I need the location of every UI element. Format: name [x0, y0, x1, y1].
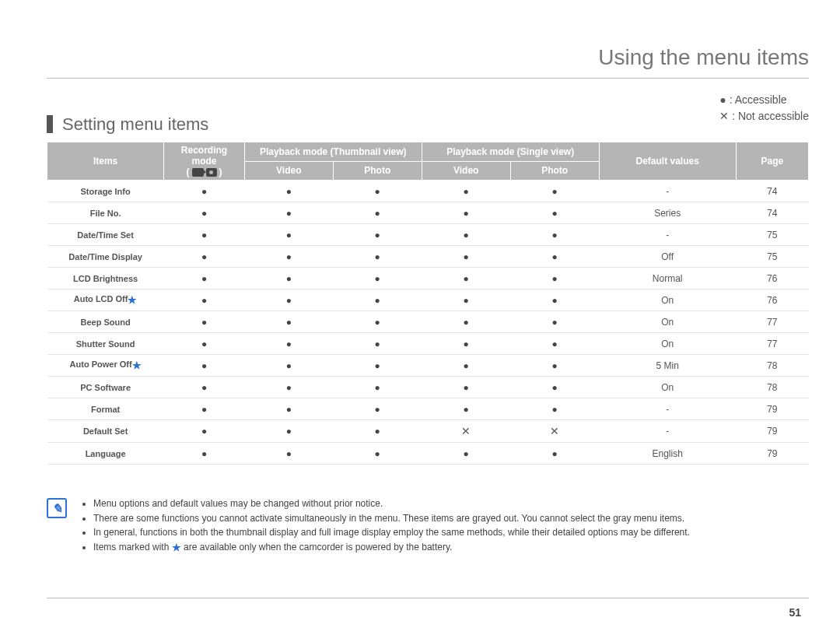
table-row: Auto Power Off★●●●●●5 Min78: [47, 355, 809, 377]
accessible-dot-icon: ●: [375, 230, 380, 240]
accessible-dot-icon: ●: [375, 404, 380, 415]
accessible-dot-icon: ●: [552, 273, 558, 284]
mode-cell: ●: [422, 181, 510, 202]
page-title: Using the menu items: [598, 45, 809, 70]
accessible-dot-icon: ●: [375, 339, 380, 349]
item-name-cell: File No.: [47, 202, 164, 224]
accessible-dot-icon: ●: [286, 251, 292, 262]
accessible-dot-icon: ●: [286, 339, 292, 349]
mode-cell: ●: [244, 420, 333, 443]
mode-cell: ●: [422, 355, 510, 377]
mode-cell: ●: [333, 398, 422, 420]
mode-cell: ●: [244, 398, 333, 420]
th-single-photo: Photo: [510, 161, 599, 181]
default-value-cell: On: [599, 333, 736, 355]
note-item: In general, functions in both the thumbn…: [93, 525, 690, 540]
table-row: File No.●●●●●Series74: [47, 202, 809, 224]
table-row: Default Set●●●✕✕-79: [47, 420, 809, 443]
mode-cell: ●: [244, 224, 333, 246]
page-ref-cell: 75: [736, 224, 808, 246]
mode-cell: ●: [422, 443, 510, 465]
accessible-dot-icon: ●: [375, 208, 380, 219]
legend-not-accessible: ✕ : Not accessible: [719, 108, 809, 125]
not-accessible-x-icon: ✕: [461, 425, 471, 437]
mode-cell: ●: [333, 289, 422, 311]
accessible-dot-icon: ●: [552, 186, 558, 197]
mode-cell: ●: [244, 202, 333, 224]
mode-cell: ●: [510, 398, 599, 420]
accessible-dot-icon: ●: [375, 426, 380, 437]
accessible-dot-icon: ●: [375, 295, 380, 306]
mode-cell: ●: [244, 355, 333, 377]
title-rule: [47, 78, 809, 79]
item-name-cell: Default Set: [47, 420, 164, 443]
item-name-cell: Date/Time Set: [47, 224, 164, 246]
page-ref-cell: 79: [736, 398, 808, 420]
accessible-dot-icon: ●: [464, 404, 469, 415]
mode-cell: ●: [244, 311, 333, 333]
item-name-cell: Date/Time Display: [47, 246, 164, 268]
mode-cell: ●: [510, 355, 599, 377]
section-title: Setting menu items: [47, 115, 208, 133]
accessible-dot-icon: ●: [286, 295, 292, 306]
mode-cell: ●: [422, 377, 510, 398]
default-value-cell: -: [599, 224, 736, 246]
table-row: Beep Sound●●●●●On77: [47, 311, 809, 333]
accessible-dot-icon: ●: [375, 317, 380, 328]
page-ref-cell: 74: [736, 181, 808, 202]
accessible-dot-icon: ●: [375, 273, 380, 284]
accessible-dot-icon: ●: [201, 317, 207, 328]
accessible-dot-icon: ●: [375, 382, 380, 393]
mode-cell: ●: [333, 268, 422, 289]
accessible-dot-icon: ●: [201, 404, 207, 415]
default-value-cell: On: [599, 289, 736, 311]
page-ref-cell: 79: [736, 443, 808, 465]
accessible-dot-icon: ●: [286, 382, 292, 393]
mode-cell: ●: [422, 246, 510, 268]
mode-cell: ●: [164, 398, 245, 420]
default-value-cell: On: [599, 311, 736, 333]
th-recording-mode: Recording mode ( ): [164, 142, 245, 181]
table-row: LCD Brightness●●●●●Normal76: [47, 268, 809, 289]
mode-cell: ●: [244, 181, 333, 202]
th-thumbnail: Playback mode (Thumbnail view): [244, 142, 422, 162]
table-row: PC Software●●●●●On78: [47, 377, 809, 398]
mode-cell: ●: [164, 420, 245, 443]
accessible-dot-icon: ●: [552, 230, 558, 240]
accessible-dot-icon: ●: [286, 186, 292, 197]
item-name-cell: Auto LCD Off★: [47, 289, 164, 311]
mode-cell: ●: [422, 311, 510, 333]
note-item: There are some functions you cannot acti…: [93, 511, 690, 526]
item-name-cell: PC Software: [47, 377, 164, 398]
th-single-video: Video: [422, 161, 510, 181]
mode-cell: ●: [244, 443, 333, 465]
note-icon: ✎: [47, 498, 67, 518]
item-name-cell: LCD Brightness: [47, 268, 164, 289]
star-icon: ★: [128, 294, 137, 306]
default-value-cell: 5 Min: [599, 355, 736, 377]
accessible-dot-icon: ●: [286, 360, 292, 371]
th-default: Default values: [599, 142, 736, 181]
accessible-dot-icon: ●: [375, 448, 380, 459]
accessible-dot-icon: ●: [552, 448, 558, 459]
page-ref-cell: 78: [736, 355, 808, 377]
accessible-dot-icon: ●: [464, 273, 469, 284]
accessible-dot-icon: ●: [201, 339, 207, 349]
mode-cell: ●: [422, 289, 510, 311]
default-value-cell: On: [599, 377, 736, 398]
page-ref-cell: 74: [736, 202, 808, 224]
mode-cell: ●: [244, 268, 333, 289]
th-thumb-video: Video: [244, 161, 333, 181]
mode-cell: ●: [164, 443, 245, 465]
default-value-cell: -: [599, 181, 736, 202]
mode-cell: ●: [510, 377, 599, 398]
accessible-dot-icon: ●: [552, 360, 558, 371]
accessible-dot-icon: ●: [201, 382, 207, 393]
table-row: Date/Time Display●●●●●Off75: [47, 246, 809, 268]
mode-cell: ●: [510, 224, 599, 246]
mode-cell: ●: [164, 224, 245, 246]
mode-cell: ●: [244, 377, 333, 398]
item-name-cell: Format: [47, 398, 164, 420]
page-ref-cell: 75: [736, 246, 808, 268]
table-row: Language●●●●●English79: [47, 443, 809, 465]
